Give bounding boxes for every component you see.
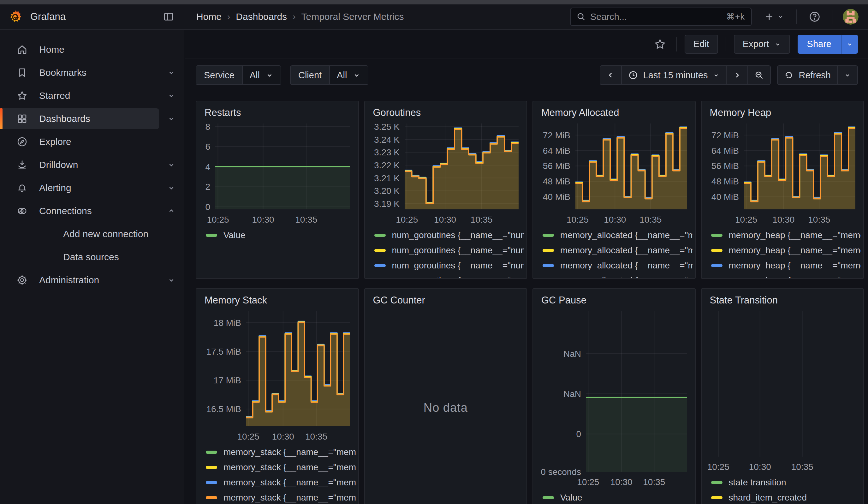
sidebar-item-label: Alerting [39,183,71,193]
sidebar-item-label: Drilldown [39,160,78,170]
legend-item[interactable]: memory_allocated {__name__="memo [542,230,693,240]
add-new-button[interactable] [761,9,787,25]
panel-title: GC Pause [533,289,695,307]
chevron-down-icon[interactable] [159,92,184,100]
legend-item[interactable]: state transition [711,477,861,487]
sidebar-item-link[interactable]: Dashboards [0,108,159,129]
chevron-down-icon[interactable] [159,184,184,192]
svg-text:0: 0 [576,429,581,439]
legend-label: num_goroutines {__name__="num_go [392,245,524,255]
legend-item[interactable]: Value [542,493,693,502]
legend-item[interactable]: num_goroutines {__name__="num_go [374,276,524,279]
legend-item[interactable]: memory_heap {__name__="memory_h [711,245,861,255]
svg-text:48 MiB: 48 MiB [543,176,570,186]
legend-item[interactable]: shard_item_created [711,493,861,502]
svg-text:3.22 K: 3.22 K [374,161,400,170]
breadcrumb-item[interactable]: Dashboards [236,11,287,22]
share-button[interactable]: Share [798,35,841,54]
filter-value-dropdown[interactable]: All [243,66,281,84]
legend-item[interactable]: memory_allocated {__name__="memo [542,245,693,255]
sidebar-item-link[interactable]: Starred [0,85,159,106]
legend-swatch [542,496,554,499]
panel-legend: memory_stack {__name__="memory_smemory_s… [196,443,358,504]
svg-text:3.19 K: 3.19 K [374,199,400,209]
chevron-down-icon[interactable] [159,161,184,169]
legend-item[interactable]: Value [206,230,356,240]
legend-item[interactable]: memory_heap {__name__="memory_h [711,276,861,279]
controls-row: ServiceAllClientAll Last 15 minutes [196,65,858,85]
time-range-picker[interactable]: Last 15 minutes [622,66,727,84]
export-button[interactable]: Export [734,35,790,54]
legend-swatch [206,496,217,499]
sidebar-item-link[interactable]: Alerting [0,177,159,198]
sidebar-item-link[interactable]: Explore [0,131,161,152]
sidebar-toggle-icon[interactable] [161,9,177,25]
sidebar-item-link[interactable]: Connections [0,200,159,222]
svg-text:48 MiB: 48 MiB [711,176,738,186]
sidebar-item-alerting: Alerting [0,177,184,198]
edit-button[interactable]: Edit [685,35,718,54]
legend-item[interactable]: num_goroutines {__name__="num_go [374,260,524,270]
panel-grid: Restarts8642010:2510:3010:35ValueGorouti… [196,101,864,504]
panel-title: Memory Stack [196,289,358,307]
refresh-button[interactable]: Refresh [778,66,838,84]
chevron-down-icon[interactable] [159,276,184,284]
sidebar-item-label: Add new connection [63,229,148,239]
legend-item[interactable]: memory_stack {__name__="memory_s [206,462,356,472]
svg-text:10:35: 10:35 [305,432,327,442]
legend-item[interactable]: memory_stack {__name__="memory_s [206,447,356,457]
legend-label: memory_heap {__name__="memory_h [729,260,861,270]
chevron-down-icon[interactable] [159,115,184,123]
svg-text:10:30: 10:30 [604,215,626,225]
refresh-group: Refresh [777,65,858,85]
svg-text:56 MiB: 56 MiB [711,161,738,171]
legend-swatch [206,466,217,469]
time-shift-back-button[interactable] [600,66,622,84]
filter-value-dropdown[interactable]: All [330,66,368,84]
legend-item[interactable]: num_goroutines {__name__="num_go [374,245,524,255]
timeseries-chart: 8642010:2510:3010:35 [199,120,353,226]
sidebar-item-link[interactable]: Drilldown [0,154,159,175]
sidebar-item-add-new-connection: Add new connection [0,224,184,245]
timeseries-chart: 3.25 K3.24 K3.23 K3.22 K3.21 K3.20 K3.19… [368,120,521,226]
search-input[interactable] [590,12,722,22]
star-icon [17,90,28,101]
legend-item[interactable]: memory_allocated {__name__="memo [542,276,693,279]
time-shift-forward-button[interactable] [726,66,748,84]
legend-item[interactable]: memory_stack {__name__="memory_s [206,477,356,487]
legend-label: memory_stack {__name__="memory_s [224,493,356,502]
share-options-chevron[interactable] [841,35,858,54]
svg-text:10:25: 10:25 [707,462,729,472]
grafana-logo-icon[interactable] [8,10,23,24]
refresh-interval-chevron[interactable] [838,66,857,84]
svg-text:3.20 K: 3.20 K [374,186,400,196]
legend-swatch [206,481,217,484]
sidebar-item-link[interactable]: Administration [0,270,159,290]
chevron-down-icon [774,41,781,48]
sidebar-item-link[interactable]: Add new connection [0,224,161,245]
legend-item[interactable]: memory_allocated {__name__="memo [542,260,693,270]
legend-item[interactable]: memory_heap {__name__="memory_h [711,260,861,270]
drilldown-icon [17,159,28,171]
app-header-main: Home›Dashboards›Temporal Server Metrics … [184,4,868,29]
avatar[interactable] [843,9,859,25]
help-icon[interactable] [806,8,823,25]
legend-item[interactable]: num_goroutines {__name__="num_go [374,230,524,240]
breadcrumb-item[interactable]: Home [196,11,221,22]
chevron-up-icon[interactable] [159,207,184,215]
chevron-down-icon [266,71,273,79]
zoom-out-button[interactable] [748,66,770,84]
svg-text:4: 4 [205,162,210,172]
favorite-star-icon[interactable] [651,35,669,53]
sidebar-item-link[interactable]: Bookmarks [0,62,159,83]
legend-swatch [542,264,554,267]
svg-text:10:25: 10:25 [567,215,589,225]
filter-service: ServiceAll [196,65,281,85]
chevron-down-icon[interactable] [159,69,184,77]
legend-item[interactable]: memory_heap {__name__="memory_h [711,230,861,240]
sidebar-item-link[interactable]: Home [0,39,161,60]
sidebar-item-link[interactable]: Data sources [0,247,161,267]
legend-item[interactable]: memory_stack {__name__="memory_s [206,493,356,502]
search-box[interactable]: ⌘+k [570,8,752,26]
svg-text:10:30: 10:30 [434,215,456,225]
